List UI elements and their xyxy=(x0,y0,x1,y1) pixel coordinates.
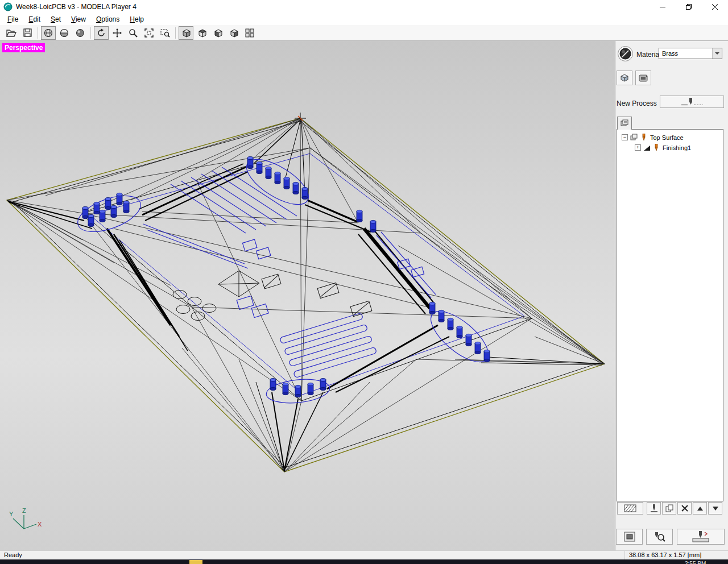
axis-x-label: X xyxy=(38,521,42,528)
menu-options[interactable]: Options xyxy=(91,14,125,24)
tree-row-top-surface[interactable]: − Top Surface xyxy=(622,132,684,142)
restore-icon xyxy=(686,4,692,10)
menu-bar: File Edit Set View Options Help xyxy=(0,14,728,25)
modeling-form-icon xyxy=(619,73,630,82)
title-bar: Week8-LoicPCB v3 - MODELA Player 4 xyxy=(0,0,728,14)
delete-process-button[interactable] xyxy=(677,502,692,515)
axis-triad: Y Z X xyxy=(3,506,43,540)
down-arrow-icon xyxy=(713,507,718,511)
minimize-icon xyxy=(660,4,665,10)
material-sphere-icon xyxy=(619,48,631,60)
copy-process-button[interactable] xyxy=(662,502,676,515)
fit-to-screen-button[interactable] xyxy=(142,26,156,40)
zoom-button[interactable] xyxy=(126,26,140,40)
delete-x-icon xyxy=(681,505,688,512)
start-cutting-button[interactable] xyxy=(677,529,725,545)
tree-label-top-surface: Top Surface xyxy=(650,134,684,141)
material-preview-button[interactable] xyxy=(618,46,633,61)
axis-y-label: Y xyxy=(9,511,14,517)
new-process-button[interactable] xyxy=(660,96,724,108)
model-dimensions: 38.08 x 63.17 x 1.57 [mm] xyxy=(624,551,704,559)
hatch-surface-icon xyxy=(624,504,636,512)
view-front-button[interactable] xyxy=(210,26,225,40)
menu-edit[interactable]: Edit xyxy=(23,14,46,24)
cube-top-icon xyxy=(197,28,207,38)
app-icon xyxy=(3,2,13,11)
material-label: Material xyxy=(636,51,661,59)
surface-scan-icon xyxy=(638,74,648,82)
save-floppy-icon xyxy=(23,28,32,37)
pin-clusters xyxy=(82,156,490,397)
process-list-tab-icon xyxy=(621,119,629,127)
tree-label-finishing1: Finishing1 xyxy=(663,144,691,151)
rotate-icon xyxy=(97,28,106,38)
zoom-box-icon xyxy=(160,28,170,38)
new-process-icon xyxy=(680,97,704,106)
minimize-button[interactable] xyxy=(650,0,676,14)
move-up-button[interactable] xyxy=(693,502,707,515)
preview-zoom-button[interactable] xyxy=(646,529,673,545)
process-sidebar: Material Brass New Process xyxy=(615,41,728,550)
toolbar-separator xyxy=(38,27,38,39)
open-file-button[interactable] xyxy=(4,26,19,40)
material-dropdown[interactable]: Brass xyxy=(659,48,722,59)
start-cutting-icon xyxy=(691,531,710,542)
collapse-toggle[interactable]: − xyxy=(622,134,628,140)
new-process-label: New Process xyxy=(617,99,657,107)
pan-view-button[interactable] xyxy=(110,26,125,40)
magnifier-icon xyxy=(129,28,138,38)
axis-z-label: Z xyxy=(22,507,26,514)
open-folder-icon xyxy=(6,29,16,37)
restore-button[interactable] xyxy=(676,0,702,14)
surface-group-icon xyxy=(630,134,638,141)
display-mode-wireframe-button[interactable] xyxy=(41,26,56,40)
dropdown-arrow xyxy=(712,48,722,59)
toolbar-separator xyxy=(175,27,176,39)
shaded-sphere-icon xyxy=(76,28,85,38)
process-list-tab[interactable] xyxy=(617,117,632,130)
process-tree: − Top Surface + Finishing1 xyxy=(617,129,723,501)
toolbar xyxy=(0,25,728,41)
menu-file[interactable]: File xyxy=(2,14,23,24)
expand-toggle[interactable]: + xyxy=(635,144,641,151)
move-down-button[interactable] xyxy=(708,502,722,515)
preview-block-icon xyxy=(624,532,635,542)
view-top-button[interactable] xyxy=(195,26,209,40)
view-side-button[interactable] xyxy=(226,26,241,40)
display-mode-shaded-button[interactable] xyxy=(73,26,88,40)
status-bar: Ready 38.08 x 63.17 x 1.57 [mm] xyxy=(0,550,728,559)
view-perspective-button[interactable] xyxy=(179,26,193,40)
cutting-surface-button[interactable] xyxy=(617,502,643,515)
rotate-view-button[interactable] xyxy=(94,26,109,40)
cube-side-icon xyxy=(229,28,239,38)
copy-icon xyxy=(665,504,673,512)
fit-frame-icon xyxy=(144,28,154,38)
viewport-3d[interactable]: Perspective xyxy=(0,41,615,550)
tree-row-finishing1[interactable]: + Finishing1 xyxy=(635,143,691,152)
close-button[interactable] xyxy=(702,0,728,14)
zoom-box-button[interactable] xyxy=(158,26,172,40)
cube-front-icon xyxy=(213,28,223,38)
menu-help[interactable]: Help xyxy=(125,14,149,24)
pcb-model-wireframe xyxy=(0,41,615,550)
cube-perspective-icon xyxy=(181,28,191,38)
tool-icon xyxy=(640,134,647,141)
display-mode-hidden-line-button[interactable] xyxy=(57,26,72,40)
taskbar-strip[interactable]: 2:55 PM xyxy=(0,559,728,564)
toolbar-separator xyxy=(90,27,91,39)
close-icon xyxy=(712,4,718,10)
four-panes-grid-icon xyxy=(245,28,254,38)
modeling-form-button[interactable] xyxy=(617,70,632,85)
preview-cutting-button[interactable] xyxy=(616,529,643,545)
magnifier-tool-icon xyxy=(654,532,665,542)
surface-scan-button[interactable] xyxy=(635,70,651,85)
taskbar-folder-icon[interactable] xyxy=(189,560,202,564)
up-arrow-icon xyxy=(697,507,703,511)
edit-process-button[interactable] xyxy=(647,502,661,515)
menu-set[interactable]: Set xyxy=(46,14,66,24)
view-four-panes-button[interactable] xyxy=(242,26,257,40)
save-button[interactable] xyxy=(20,26,35,40)
edit-tool-icon xyxy=(650,504,658,512)
taskbar-clock: 2:55 PM xyxy=(685,559,706,564)
menu-view[interactable]: View xyxy=(66,14,91,24)
